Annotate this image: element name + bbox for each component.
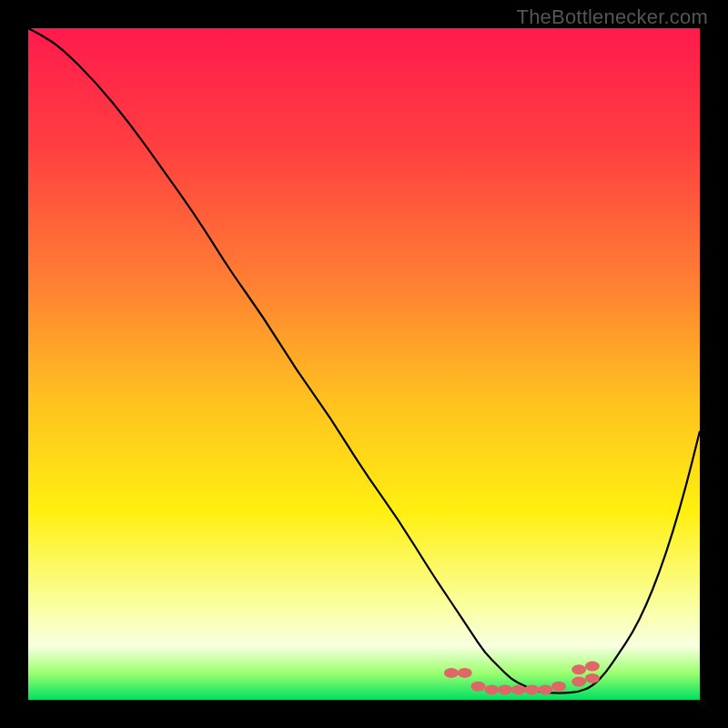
marker-dot <box>470 682 485 692</box>
bottleneck-curve <box>28 28 700 693</box>
chart-container: TheBottlenecker.com <box>0 0 728 728</box>
marker-dot <box>571 664 586 674</box>
marker-dot <box>585 662 600 672</box>
marker-dot <box>551 682 566 692</box>
marker-dot <box>498 684 512 694</box>
marker-dot <box>484 684 499 694</box>
plot-area <box>28 28 700 700</box>
bottom-markers <box>444 662 600 695</box>
marker-dot <box>525 684 540 694</box>
marker-dot <box>444 668 459 678</box>
curve-svg <box>28 28 700 700</box>
marker-dot <box>585 673 600 683</box>
marker-dot <box>538 684 552 694</box>
marker-dot <box>511 684 526 694</box>
marker-dot <box>571 677 586 687</box>
watermark-text: TheBottlenecker.com <box>517 5 708 29</box>
marker-dot <box>458 668 472 678</box>
